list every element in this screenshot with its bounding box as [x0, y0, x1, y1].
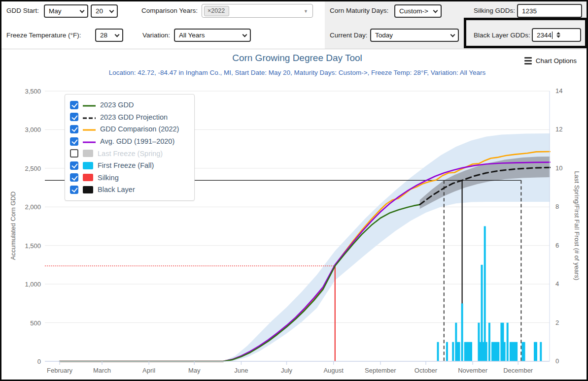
- chart-legend: 2023 GDD2023 GDD ProjectionGDD Compariso…: [65, 94, 195, 201]
- left-axis-tick-label: 2,500: [10, 165, 41, 172]
- checkbox-checked-icon[interactable]: [70, 113, 78, 121]
- right-axis-tick-label: 10: [555, 164, 562, 172]
- legend-item[interactable]: GDD Comparison (2022): [70, 123, 189, 135]
- legend-item[interactable]: Silking: [70, 172, 189, 184]
- month-tick-label: May: [167, 367, 221, 374]
- legend-item[interactable]: 2023 GDD: [70, 99, 189, 111]
- right-axis-tick-label: 12: [555, 126, 562, 133]
- legend-swatch-icon: [83, 113, 96, 122]
- checkbox-checked-icon[interactable]: [70, 137, 78, 146]
- legend-item-label: Silking: [98, 174, 119, 182]
- legend-swatch-icon: [83, 162, 93, 169]
- legend-item[interactable]: First Freeze (Fall): [70, 159, 189, 172]
- legend-swatch-icon: [83, 150, 93, 157]
- legend-swatch-icon: [83, 186, 93, 193]
- legend-item-label: Avg. GDD (1991–2020): [100, 137, 174, 145]
- legend-swatch-icon: [83, 174, 93, 181]
- legend-swatch-icon: [83, 100, 96, 109]
- checkbox-checked-icon[interactable]: [70, 125, 78, 133]
- left-axis-tick-label: 0: [10, 358, 41, 365]
- right-axis-tick-label: 2: [555, 319, 559, 326]
- left-axis-tick-label: 3,500: [10, 88, 41, 95]
- legend-item-label: First Freeze (Fall): [98, 161, 154, 169]
- right-axis-tick-label: 0: [555, 357, 559, 365]
- app-window: GDD Start: May 20 Comparison Years: ×202…: [0, 0, 588, 381]
- legend-item[interactable]: 2023 GDD Projection: [70, 111, 189, 124]
- legend-item[interactable]: Black Layer: [70, 184, 189, 196]
- checkbox-unchecked-icon[interactable]: [70, 149, 78, 158]
- left-axis-tick-label: 2,000: [10, 203, 41, 211]
- legend-item[interactable]: Last Freeze (Spring): [70, 147, 189, 159]
- checkbox-checked-icon[interactable]: [70, 173, 78, 182]
- right-axis-title: Last Spring/First Fall Frost (# of years…: [573, 155, 581, 297]
- right-axis-tick-label: 4: [555, 280, 559, 287]
- left-axis-tick-label: 500: [10, 319, 41, 327]
- left-axis-tick-label: 1,500: [10, 242, 41, 250]
- month-tick-label: October: [399, 367, 453, 374]
- legend-item[interactable]: Avg. GDD (1991–2020): [70, 135, 189, 148]
- left-axis-title: Accumulated Corn GDD: [9, 184, 17, 268]
- legend-swatch-icon: [83, 137, 96, 146]
- left-axis-tick-label: 1,000: [10, 281, 41, 288]
- legend-item-label: 2023 GDD: [100, 101, 134, 109]
- checkbox-checked-icon[interactable]: [70, 161, 78, 170]
- checkbox-checked-icon[interactable]: [70, 186, 78, 194]
- month-tick-label: December: [491, 367, 545, 374]
- month-tick-label: August: [307, 367, 361, 374]
- month-tick-label: March: [75, 367, 129, 374]
- month-tick-label: July: [260, 367, 314, 374]
- legend-item-label: 2023 GDD Projection: [100, 113, 168, 121]
- legend-item-label: GDD Comparison (2022): [100, 125, 179, 133]
- checkbox-checked-icon[interactable]: [70, 101, 78, 109]
- right-axis-tick-label: 14: [555, 87, 562, 95]
- legend-item-label: Black Layer: [98, 186, 135, 193]
- legend-swatch-icon: [83, 125, 96, 133]
- right-axis-tick-label: 8: [555, 203, 559, 210]
- left-axis-tick-label: 3,000: [10, 126, 41, 133]
- right-axis-tick-label: 6: [555, 242, 559, 249]
- legend-item-label: Last Freeze (Spring): [98, 150, 163, 158]
